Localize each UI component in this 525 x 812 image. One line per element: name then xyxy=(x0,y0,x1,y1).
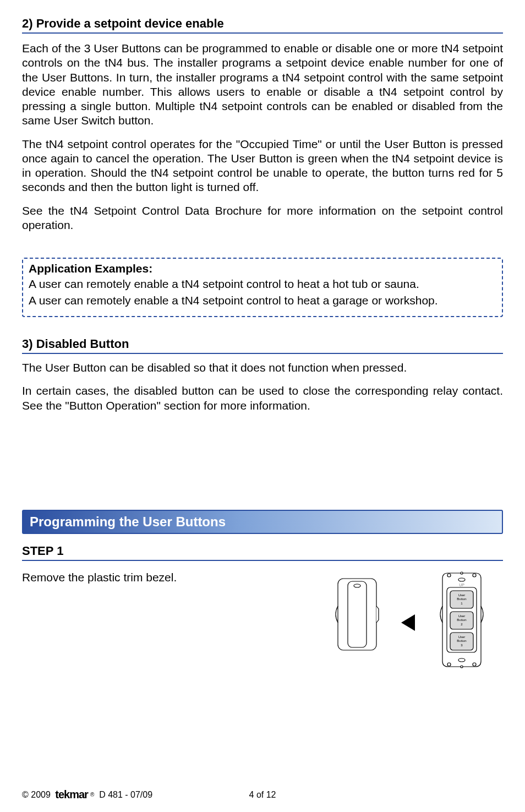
footer-pagenum: 4 of 12 xyxy=(249,790,276,800)
svg-point-7 xyxy=(447,663,451,666)
left-arrow-icon xyxy=(401,614,415,631)
svg-point-5 xyxy=(461,572,463,574)
svg-text:Button: Button xyxy=(457,618,466,622)
step-1-text: Remove the plastic trim bezel. xyxy=(22,571,294,584)
step-1-heading: STEP 1 xyxy=(22,544,503,561)
section-3-para-1: The User Button can be disabled so that … xyxy=(22,361,503,375)
example-line-1: A user can remotely enable a tN4 setpoin… xyxy=(29,277,496,291)
up-label: UP xyxy=(459,583,464,587)
page-footer: © 2009 tekmar® D 481 - 07/09 4 of 12 xyxy=(22,788,503,801)
section-2-para-1: Each of the 3 User Buttons can be progra… xyxy=(22,41,503,128)
svg-point-8 xyxy=(461,666,463,668)
svg-point-10 xyxy=(458,578,465,581)
section-3-para-2: In certain cases, the disabled button ca… xyxy=(22,384,503,413)
svg-point-4 xyxy=(447,574,451,577)
svg-text:User: User xyxy=(458,593,466,597)
device-diagram-svg: UP User Button 1 User Button 2 User Butt… xyxy=(305,568,503,672)
section-2-heading: 2) Provide a setpoint device enable xyxy=(22,17,503,34)
footer-reg: ® xyxy=(90,792,94,798)
footer-brand: tekmar xyxy=(55,788,88,801)
svg-point-2 xyxy=(354,584,360,587)
svg-text:Button: Button xyxy=(457,597,466,601)
svg-point-6 xyxy=(473,574,476,577)
footer-docref: D 481 - 07/09 xyxy=(99,790,152,800)
example-line-2: A user can remotely enable a tN4 setpoin… xyxy=(29,294,496,307)
banner-title: Programming the User Buttons xyxy=(30,514,226,529)
programming-banner: Programming the User Buttons xyxy=(22,510,503,534)
section-2-para-3: See the tN4 Setpoint Control Data Brochu… xyxy=(22,204,503,233)
application-examples-box: Application Examples: A user can remotel… xyxy=(22,258,503,317)
svg-text:User: User xyxy=(458,635,466,639)
examples-title: Application Examples: xyxy=(29,262,496,275)
bezel-piece-icon xyxy=(336,579,379,650)
footer-copyright: © 2009 xyxy=(22,790,51,800)
section-3-heading: 3) Disabled Button xyxy=(22,337,503,354)
section-2-para-2: The tN4 setpoint control operates for th… xyxy=(22,137,503,195)
svg-text:User: User xyxy=(458,614,466,618)
svg-text:Button: Button xyxy=(457,639,466,642)
device-body-icon: UP User Button 1 User Button 2 User Butt… xyxy=(440,572,483,668)
svg-marker-3 xyxy=(401,614,415,631)
step-1-row: Remove the plastic trim bezel. xyxy=(22,568,503,672)
svg-point-11 xyxy=(458,658,465,662)
svg-rect-1 xyxy=(348,581,367,647)
svg-point-9 xyxy=(473,663,476,666)
device-diagram: UP User Button 1 User Button 2 User Butt… xyxy=(305,568,503,672)
